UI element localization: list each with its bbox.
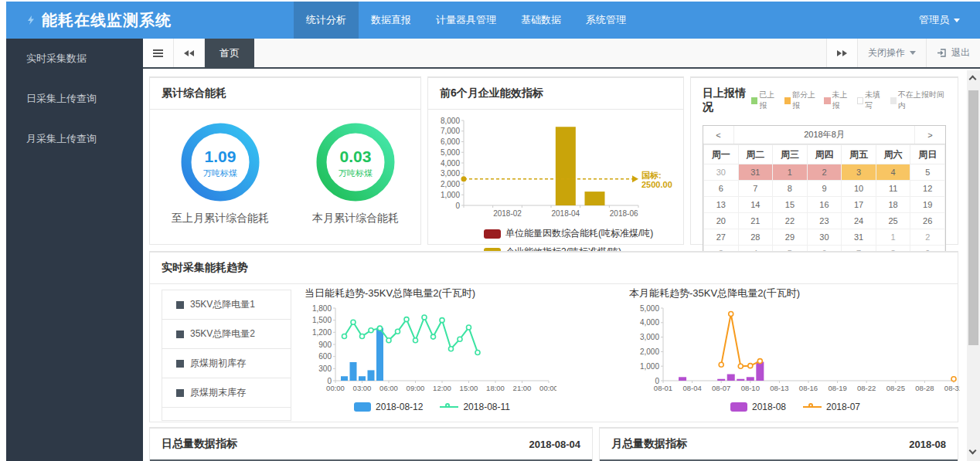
sidebar-item[interactable]: 日采集上传查询 — [6, 79, 143, 119]
sidebar-item[interactable]: 月采集上传查询 — [6, 119, 143, 159]
user-menu[interactable]: 管理员 — [919, 2, 980, 39]
scrollbar-thumb[interactable] — [968, 90, 978, 345]
calendar-day-cell[interactable]: 11 — [876, 181, 910, 197]
calendar-day-cell[interactable]: 27 — [704, 229, 739, 246]
calendar-day-cell[interactable]: 31 — [842, 229, 876, 246]
svg-text:1,000: 1,000 — [441, 191, 460, 199]
svg-text:08-07: 08-07 — [712, 384, 730, 392]
calendar-row: 6789101112 — [704, 181, 945, 197]
calendar-day-cell[interactable]: 19 — [910, 197, 945, 213]
calendar-day-cell[interactable]: 22 — [773, 213, 808, 229]
calendar-day-cell[interactable]: 25 — [876, 213, 910, 229]
calendar-prev-button[interactable]: < — [703, 126, 734, 144]
calendar-day-cell[interactable]: 30 — [704, 164, 739, 181]
svg-text:1,000: 1,000 — [640, 362, 659, 371]
nav-item[interactable]: 计量器具管理 — [424, 2, 509, 39]
close-operations-dropdown[interactable]: 关闭操作 — [857, 39, 926, 67]
trend-metric-item[interactable]: 35KV总降电量2 — [162, 320, 291, 349]
scroll-tabs-right-button[interactable] — [826, 39, 857, 67]
svg-text:08-19: 08-19 — [828, 384, 846, 392]
nav-item[interactable]: 统计分析 — [294, 2, 359, 39]
trend-metric-label: 35KV总降电量2 — [190, 327, 255, 341]
panel-date: 2018-08-04 — [529, 439, 581, 450]
legend-item[interactable]: 2018-07 — [803, 402, 860, 412]
page: 能耗在线监测系统 统计分析数据直报计量器具管理基础数据系统管理 管理员 实时采集… — [0, 0, 980, 461]
calendar-day-cell[interactable]: 21 — [738, 213, 773, 229]
svg-text:08-25: 08-25 — [886, 384, 905, 392]
double-right-arrow-icon — [837, 50, 847, 56]
tab-bar: 首页 关闭操作 退出 — [143, 39, 980, 69]
calendar-day-cell[interactable]: 10 — [842, 181, 876, 197]
calendar-weekday: 周日 — [910, 145, 945, 164]
tab-home[interactable]: 首页 — [205, 39, 254, 67]
trend-metric-item[interactable]: 原煤期初库存 — [162, 349, 291, 378]
trend-metric-item[interactable]: 35KV总降电量1 — [162, 290, 291, 320]
calendar-day-cell[interactable]: 24 — [842, 213, 876, 229]
calendar-day-cell[interactable]: 9 — [807, 181, 842, 197]
scroll-tabs-left-button[interactable] — [174, 39, 205, 67]
legend-item[interactable]: 2018-08 — [730, 402, 786, 412]
nav-item[interactable]: 数据直报 — [359, 2, 424, 39]
nav-item[interactable]: 基础数据 — [509, 2, 573, 39]
calendar-day-cell[interactable]: 14 — [738, 197, 773, 213]
calendar-weekday: 周四 — [807, 145, 842, 164]
svg-text:1,500: 1,500 — [312, 316, 332, 324]
calendar-day-cell[interactable]: 28 — [738, 229, 773, 246]
panel-title: 日上报情况 — [703, 86, 751, 114]
calendar-day-cell[interactable]: 2 — [807, 164, 842, 181]
calendar-row: 13141516171819 — [704, 197, 945, 213]
panel-title: 月总量数据指标 — [611, 437, 687, 451]
nav-item[interactable]: 系统管理 — [573, 2, 638, 39]
close-operations-label: 关闭操作 — [868, 46, 905, 59]
legend-item[interactable]: 2018-08-12 — [354, 402, 423, 412]
calendar-day-cell[interactable]: 2 — [910, 229, 945, 246]
calendar-day-cell[interactable]: 15 — [773, 197, 808, 213]
calendar-day-cell[interactable]: 17 — [842, 197, 876, 213]
calendar-day-cell[interactable]: 23 — [807, 213, 842, 229]
calendar-day-cell[interactable]: 26 — [910, 213, 945, 229]
scroll-down-icon[interactable] — [969, 447, 977, 455]
scroll-up-icon[interactable] — [969, 76, 977, 83]
calendar-row: 272829303112 — [704, 229, 945, 246]
calendar-day-cell[interactable]: 18 — [876, 197, 910, 213]
menu-toggle-button[interactable] — [143, 39, 174, 67]
double-left-arrow-icon — [184, 50, 194, 56]
vertical-scrollbar[interactable] — [967, 70, 980, 461]
legend-item[interactable]: 2018-08-11 — [440, 402, 510, 412]
panel-title: 前6个月企业能效指标 — [440, 86, 543, 100]
calendar-day-cell[interactable]: 7 — [738, 181, 773, 197]
calendar-day-cell[interactable]: 30 — [807, 229, 842, 246]
calendar-day-cell[interactable]: 8 — [773, 181, 808, 197]
svg-text:4,000: 4,000 — [441, 159, 460, 168]
panel-cumulative-title-row: 累计综合能耗 — [150, 78, 420, 110]
status-legend-item: 已上报 — [751, 90, 780, 111]
calendar-day-cell[interactable]: 4 — [876, 164, 910, 181]
report-status-legend: 已上报部分上报未上报未填写不在上报时间内 — [751, 90, 946, 111]
svg-text:6,000: 6,000 — [441, 137, 460, 146]
calendar-day-cell[interactable]: 3 — [842, 164, 876, 181]
trend-metric-item[interactable]: 原煤期末库存 — [162, 378, 291, 408]
logout-button[interactable]: 退出 — [926, 39, 980, 67]
calendar-day-cell[interactable]: 20 — [704, 213, 739, 229]
svg-text:900: 900 — [318, 341, 332, 349]
calendar-day-cell[interactable]: 16 — [807, 197, 842, 213]
main-nav: 统计分析数据直报计量器具管理基础数据系统管理 — [294, 2, 638, 39]
svg-text:4,000: 4,000 — [640, 318, 659, 327]
panel-monthly-totals-title-row: 月总量数据指标 2018-08 — [600, 429, 958, 459]
svg-text:18:00: 18:00 — [486, 384, 505, 392]
calendar-day-cell[interactable]: 29 — [773, 229, 808, 246]
calendar-day-cell[interactable]: 5 — [910, 164, 945, 181]
calendar-day-cell[interactable]: 1 — [773, 164, 808, 181]
panel-daily-report-title-row: 日上报情况 已上报部分上报未上报未填写不在上报时间内 — [691, 78, 958, 117]
calendar-day-cell[interactable]: 1 — [876, 229, 910, 246]
sidebar-item[interactable]: 实时采集数据 — [6, 39, 143, 79]
legend-item[interactable]: 单位能量因数综合能耗(吨标准煤/吨) — [484, 227, 683, 240]
svg-text:08-10: 08-10 — [741, 384, 760, 392]
calendar-next-button[interactable]: > — [914, 126, 945, 144]
svg-text:08-16: 08-16 — [799, 384, 818, 392]
calendar-day-cell[interactable]: 12 — [910, 181, 945, 197]
calendar-day-cell[interactable]: 6 — [704, 181, 739, 197]
app-header: 能耗在线监测系统 统计分析数据直报计量器具管理基础数据系统管理 管理员 — [6, 2, 980, 39]
calendar-day-cell[interactable]: 13 — [704, 197, 739, 213]
calendar-day-cell[interactable]: 31 — [738, 164, 773, 181]
